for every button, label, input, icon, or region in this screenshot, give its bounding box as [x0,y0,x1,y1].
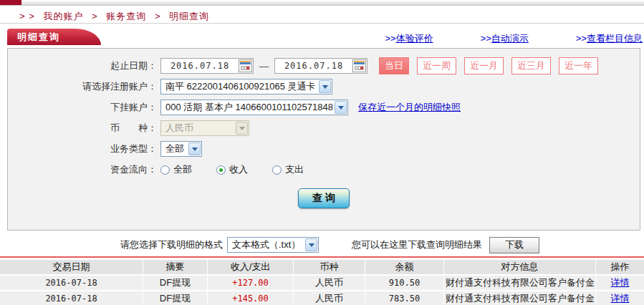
registered-account-select[interactable]: 南平 6222001406100921065 灵通卡 [160,79,332,95]
cell-currency: 人民币 [294,291,365,305]
col-header-balance: 余额 [365,260,444,274]
calendar-icon[interactable] [239,59,252,72]
col-header-summary: 摘要 [143,260,208,274]
chevron-down-icon [236,122,248,135]
start-date-value: 2016.07.18 [161,61,239,71]
download-format-select[interactable]: 文本格式（.txt） [227,237,319,253]
breadcrumb-separator: > [92,11,98,21]
cell-counterparty: 财付通支付科技有限公司客户备付金 [444,291,596,305]
table-row: 2016-07-18 DF提现 +127.00 人民币 910.50 财付通支付… [0,276,644,290]
download-format-label: 请您选择下载明细的格式 [120,238,223,251]
end-date-value: 2016.07.18 [275,61,352,71]
col-header-currency: 币种 [294,260,365,274]
breadcrumb-item-my-account[interactable]: 我的账户 [43,11,83,21]
breadcrumb: > > 我的账户 > 账务查询 > 明细查询 [17,10,212,23]
range-button-quarter[interactable]: 近三月 [511,57,551,74]
range-button-today[interactable]: 当日 [379,57,409,74]
range-button-week[interactable]: 近一周 [417,57,456,74]
detail-link[interactable]: 详情 [611,293,630,304]
download-format-value: 文本格式（.txt） [228,238,304,251]
date-range-label: 起止日期： [67,59,157,72]
breadcrumb-separator: > [155,11,161,21]
breadcrumb-item-account-query[interactable]: 账务查询 [106,11,146,21]
quick-range-buttons: 当日 近一周 近一月 近三月 近一年 [379,57,598,74]
breadcrumb-item-detail-query[interactable]: 明细查询 [169,11,209,21]
cell-date: 2016-07-18 [0,291,143,305]
business-type-row: 业务类型： 全部 [67,141,640,157]
radio-expense[interactable] [272,165,282,175]
currency-label: 币 种： [67,122,157,135]
currency-select: 人民币 [160,120,249,136]
radio-all-label: 全部 [173,163,192,176]
cell-balance: 783.50 [365,291,444,305]
cell-summary: DF提现 [143,291,208,305]
fund-flow-option-income: 收入 [216,163,248,176]
cell-date: 2016-07-18 [0,276,143,290]
business-type-value: 全部 [161,142,188,155]
link-view-column-info[interactable]: >>查看栏目信息 [576,32,643,45]
results-table: 交易日期 摘要 收入/支出 币种 余额 对方信息 操作 2016-07-18 D… [0,258,644,305]
quick-links: >>体验评价 >>自动演示 >>查看栏目信息 [385,32,643,45]
link-experience-rating[interactable]: >>体验评价 [385,32,433,45]
calendar-dot [246,67,249,69]
range-button-year[interactable]: 近一年 [559,57,598,74]
page-top-strip [0,0,644,6]
col-header-amount: 收入/支出 [208,260,294,274]
business-type-label: 业务类型： [67,142,157,155]
registered-account-value: 南平 6222001406100921065 灵通卡 [161,80,318,93]
query-button[interactable]: 查 询 [298,188,350,208]
sub-account-select[interactable]: 000 活期 基本户 1406600101102571848 [160,100,348,115]
tab-title: 明细查询 [17,32,60,42]
start-date-input[interactable]: 2016.07.18 [160,58,254,74]
cell-balance: 910.50 [365,276,444,290]
divider [0,23,644,24]
cell-amount: +127.00 [208,276,294,290]
cell-currency: 人民币 [294,276,365,290]
fund-flow-label: 资金流向： [67,163,157,176]
brand-red-notch [0,0,21,5]
fund-flow-option-expense: 支出 [272,163,304,176]
fund-flow-options: 全部 收入 支出 [160,163,328,176]
currency-value: 人民币 [161,122,235,135]
radio-expense-label: 支出 [285,163,304,176]
chevron-down-icon [335,101,347,114]
col-header-action: 操作 [596,260,644,274]
fund-flow-option-all: 全部 [160,163,192,176]
end-date-input[interactable]: 2016.07.18 [274,58,367,74]
radio-income-label: 收入 [229,163,248,176]
sub-account-row: 下挂账户： 000 活期 基本户 1406600101102571848 保存近… [67,100,640,115]
table-top-divider [0,256,644,258]
col-header-counterparty: 对方信息 [444,260,596,274]
tab-detail-query: 明细查询 [7,29,76,45]
chevron-down-icon [319,80,331,93]
radio-all[interactable] [160,165,170,175]
detail-link[interactable]: 详情 [611,277,630,288]
cell-counterparty: 财付通支付科技有限公司客户备付金 [444,276,596,290]
save-snapshot-link[interactable]: 保存近一个月的明细快照 [358,101,461,114]
breadcrumb-prefix: > > [19,11,35,21]
calendar-icon[interactable] [352,59,366,72]
sub-account-label: 下挂账户： [67,101,157,114]
link-auto-demo[interactable]: >>自动演示 [481,32,529,45]
range-button-month[interactable]: 近一月 [464,57,504,74]
radio-income[interactable] [216,165,226,175]
cell-amount: +145.00 [208,291,294,305]
download-button[interactable]: 下载 [489,237,539,253]
business-type-select[interactable]: 全部 [160,141,202,157]
date-range-dash: — [259,61,269,72]
cell-summary: DF提现 [143,276,208,290]
currency-row: 币 种： 人民币 [67,120,640,136]
table-row: 2016-07-18 DF提现 +145.00 人民币 783.50 财付通支付… [0,291,644,305]
registered-account-label: 请选择注册账户： [67,80,157,93]
query-form-panel: 起止日期： 2016.07.18 — 2016.07.18 当日 近一周 近一月… [7,48,640,231]
col-header-date: 交易日期 [0,260,143,274]
table-header-row: 交易日期 摘要 收入/支出 币种 余额 对方信息 操作 [0,260,644,274]
calendar-dot [360,67,363,69]
date-range-row: 起止日期： 2016.07.18 — 2016.07.18 当日 近一周 近一月… [67,58,640,74]
download-row: 请您选择下载明细的格式 文本格式（.txt） 您可以在这里下载查询明细结果 下载 [0,236,644,253]
chevron-down-icon [305,238,317,251]
fund-flow-row: 资金流向： 全部 收入 支出 [67,162,640,178]
sub-account-value: 000 活期 基本户 1406600101102571848 [161,101,334,114]
registered-account-row: 请选择注册账户： 南平 6222001406100921065 灵通卡 [67,79,640,95]
chevron-down-icon [188,142,201,155]
